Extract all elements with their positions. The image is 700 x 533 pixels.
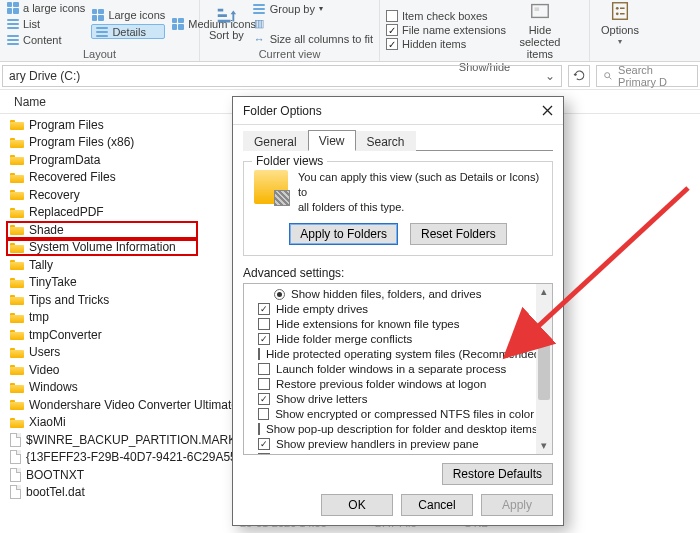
layout-list[interactable]: List xyxy=(6,17,85,30)
advanced-setting-item[interactable]: ✓Show preview handlers in preview pane xyxy=(258,437,534,452)
sort-icon xyxy=(215,5,237,27)
advanced-settings-label: Advanced settings: xyxy=(243,266,553,280)
advanced-setting-item[interactable]: Hide extensions for known file types xyxy=(258,317,534,332)
file-name: tmpConverter xyxy=(29,328,102,342)
search-input[interactable]: Search Primary D xyxy=(596,65,698,87)
folder-icon xyxy=(10,329,24,340)
sort-by-button[interactable]: Sort by xyxy=(206,5,247,41)
advanced-setting-item[interactable]: ✓Hide folder merge conflicts xyxy=(258,332,534,347)
folder-icon xyxy=(10,294,24,305)
size-all-columns-button[interactable]: ↔Size all columns to fit xyxy=(253,32,373,45)
advanced-setting-label: Show hidden files, folders, and drives xyxy=(291,288,482,300)
checkbox-checked-icon: ✓ xyxy=(258,333,270,345)
checkbox-checked-icon: ✓ xyxy=(258,393,270,405)
tab-view[interactable]: View xyxy=(308,130,356,151)
scroll-down-icon[interactable]: ▾ xyxy=(536,438,552,454)
checkbox-icon xyxy=(258,363,270,375)
advanced-setting-label: Hide protected operating system files (R… xyxy=(266,348,544,360)
advanced-setting-item[interactable]: Hide protected operating system files (R… xyxy=(258,347,534,362)
address-bar[interactable]: ary Drive (C:) ⌄ xyxy=(2,65,562,87)
file-icon xyxy=(10,450,21,464)
svg-rect-1 xyxy=(534,7,539,11)
add-columns-button[interactable]: ▥ xyxy=(253,17,373,30)
ribbon-group-currentview-label: Current view xyxy=(206,47,373,60)
chevron-down-icon[interactable]: ⌄ xyxy=(545,69,555,83)
file-row[interactable]: System Volume Information xyxy=(6,239,198,257)
hide-icon xyxy=(529,0,551,22)
checkbox-icon xyxy=(386,10,398,22)
file-name: Tips and Tricks xyxy=(29,293,109,307)
folder-icon xyxy=(10,189,24,200)
reset-folders-button[interactable]: Reset Folders xyxy=(410,223,507,245)
advanced-setting-item[interactable]: Show hidden files, folders, and drives xyxy=(258,287,534,302)
checkbox-checked-icon: ✓ xyxy=(386,38,398,50)
file-name: Users xyxy=(29,345,60,359)
checkbox-checked-icon: ✓ xyxy=(258,303,270,315)
cancel-button[interactable]: Cancel xyxy=(401,494,473,516)
layout-large-icons[interactable]: Large icons xyxy=(91,8,165,21)
folder-icon xyxy=(10,259,24,270)
file-name: ProgramData xyxy=(29,153,100,167)
advanced-setting-label: Hide extensions for known file types xyxy=(276,318,459,330)
search-placeholder: Search Primary D xyxy=(618,64,691,88)
address-bar-row: ary Drive (C:) ⌄ Search Primary D xyxy=(0,62,700,90)
close-button[interactable] xyxy=(537,101,557,121)
hide-selected-button[interactable]: Hide selected items xyxy=(512,0,568,60)
folder-icon xyxy=(10,417,24,428)
advanced-setting-item[interactable]: ✓Show drive letters xyxy=(258,392,534,407)
advanced-setting-label: Show encrypted or compressed NTFS files … xyxy=(275,408,534,420)
advanced-setting-item[interactable]: ✓Hide empty drives xyxy=(258,302,534,317)
advanced-setting-label: Restore previous folder windows at logon xyxy=(276,378,486,390)
close-icon xyxy=(542,105,553,116)
advanced-setting-item[interactable]: Restore previous folder windows at logon xyxy=(258,377,534,392)
advanced-setting-label: Hide folder merge conflicts xyxy=(276,333,412,345)
advanced-setting-item[interactable]: Launch folder windows in a separate proc… xyxy=(258,362,534,377)
folder-icon xyxy=(10,224,24,235)
dialog-tabs: General View Search xyxy=(243,129,553,151)
scroll-thumb[interactable] xyxy=(538,344,550,400)
checkbox-checked-icon: ✓ xyxy=(386,24,398,36)
folder-icon xyxy=(10,382,24,393)
ok-button[interactable]: OK xyxy=(321,494,393,516)
folder-views-icon xyxy=(254,170,288,204)
folder-icon xyxy=(10,137,24,148)
folder-icon xyxy=(10,364,24,375)
advanced-setting-item[interactable]: Show pop-up description for folder and d… xyxy=(258,422,534,437)
file-name: Tally xyxy=(29,258,53,272)
file-name: Recovered Files xyxy=(29,170,116,184)
layout-details[interactable]: Details xyxy=(91,24,165,39)
folder-icon xyxy=(10,312,24,323)
folder-options-dialog: Folder Options General View Search Folde… xyxy=(232,96,564,526)
apply-button[interactable]: Apply xyxy=(481,494,553,516)
search-icon xyxy=(603,70,613,82)
group-by-button[interactable]: Group by ▾ xyxy=(253,2,373,15)
options-button[interactable]: Options ▾ xyxy=(596,0,644,47)
layout-content[interactable]: Content xyxy=(6,33,85,46)
advanced-setting-label: Show preview handlers in preview pane xyxy=(276,438,479,450)
tab-search[interactable]: Search xyxy=(356,131,416,151)
address-path: ary Drive (C:) xyxy=(9,69,80,83)
tab-general[interactable]: General xyxy=(243,131,308,151)
restore-defaults-button[interactable]: Restore Defaults xyxy=(442,463,553,485)
advanced-setting-item[interactable]: ✓Show status bar xyxy=(258,452,534,455)
file-name: Wondershare Video Converter Ultimate xyxy=(29,398,238,412)
advanced-setting-label: Hide empty drives xyxy=(276,303,368,315)
advanced-setting-label: Show status bar xyxy=(276,453,358,455)
hidden-items-toggle[interactable]: ✓Hidden items xyxy=(386,38,506,50)
scrollbar[interactable]: ▴ ▾ xyxy=(536,284,552,454)
refresh-button[interactable] xyxy=(568,65,590,87)
svg-rect-2 xyxy=(613,3,628,20)
scroll-up-icon[interactable]: ▴ xyxy=(536,284,552,300)
advanced-setting-item[interactable]: Show encrypted or compressed NTFS files … xyxy=(258,407,534,422)
item-check-boxes-toggle[interactable]: Item check boxes xyxy=(386,10,506,22)
checkbox-icon xyxy=(258,378,270,390)
folder-icon xyxy=(10,154,24,165)
file-icon xyxy=(10,468,21,482)
dialog-titlebar[interactable]: Folder Options xyxy=(233,97,563,125)
file-row[interactable]: Shade xyxy=(6,221,198,239)
advanced-setting-label: Show pop-up description for folder and d… xyxy=(266,423,538,435)
dialog-title: Folder Options xyxy=(243,104,322,118)
apply-to-folders-button[interactable]: Apply to Folders xyxy=(289,223,398,245)
file-name-extensions-toggle[interactable]: ✓File name extensions xyxy=(386,24,506,36)
layout-extra-large-icons[interactable]: a large icons xyxy=(6,1,85,14)
